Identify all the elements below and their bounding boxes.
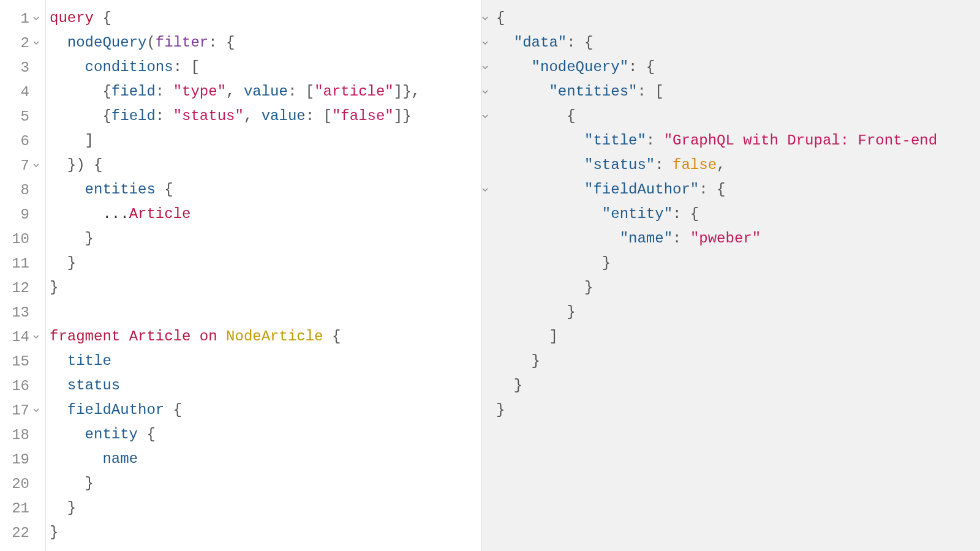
token-prop: fieldAuthor	[67, 398, 164, 422]
line-number: 6	[7, 133, 29, 149]
token-plain	[496, 178, 584, 202]
code-line[interactable]: }	[50, 496, 481, 520]
token-prop: "title"	[584, 129, 646, 153]
token-punct: : [	[288, 80, 314, 104]
gutter-line: 8	[0, 178, 40, 202]
token-keyword: Article	[129, 324, 191, 349]
code-line[interactable]: }	[50, 471, 481, 496]
token-plain	[496, 80, 549, 104]
fold-arrow-icon[interactable]	[481, 14, 489, 23]
line-number: 16	[7, 378, 29, 394]
fold-arrow-icon	[32, 504, 40, 512]
fold-arrow-icon[interactable]	[481, 63, 489, 72]
fold-arrow-icon[interactable]	[481, 88, 489, 96]
token-string: "type"	[173, 80, 226, 104]
token-string: "pweber"	[690, 227, 761, 251]
code-line[interactable]: {field: "type", value: ["article"]},	[50, 80, 481, 104]
code-line[interactable]: query {	[50, 6, 481, 31]
line-number: 18	[7, 427, 29, 443]
token-punct: }	[85, 471, 94, 496]
code-line: }	[496, 398, 980, 422]
token-punct: }	[602, 251, 611, 276]
code-line: "data": {	[496, 31, 980, 55]
token-prop: "nodeQuery"	[532, 55, 628, 80]
token-plain	[496, 104, 567, 129]
line-number: 4	[7, 84, 29, 100]
token-punct: }	[50, 520, 58, 545]
result-viewer-pane: { "data": { "nodeQuery": { "entities": […	[481, 0, 980, 551]
gutter-line: 11	[0, 251, 40, 276]
gutter-line: 9	[0, 202, 40, 227]
token-punct: :	[156, 80, 173, 104]
code-line[interactable]: fragment Article on NodeArticle {	[50, 324, 481, 349]
token-type: NodeArticle	[226, 324, 323, 349]
token-punct: }	[85, 227, 94, 251]
token-plain	[50, 447, 102, 471]
fold-arrow-icon[interactable]	[32, 406, 40, 414]
token-punct: (	[146, 31, 155, 55]
token-plain	[496, 349, 532, 373]
code-line: }	[496, 276, 980, 300]
token-def: filter	[156, 31, 208, 55]
code-line[interactable]: nodeQuery(filter: {	[50, 31, 481, 55]
fold-arrow-icon	[481, 137, 489, 145]
code-line[interactable]: ]	[50, 129, 481, 153]
code-line[interactable]: fieldAuthor {	[50, 398, 481, 422]
token-plain	[156, 178, 164, 202]
line-number: 12	[7, 280, 29, 296]
line-number: 2	[7, 35, 29, 51]
fold-arrow-icon[interactable]	[32, 39, 40, 47]
token-punct: }	[532, 349, 540, 373]
fold-arrow-icon	[481, 234, 489, 243]
code-line: "title": "GraphQL with Drupal: Front-end	[496, 129, 980, 153]
fold-arrow-icon[interactable]	[481, 39, 489, 47]
code-line: "name": "pweber"	[496, 227, 980, 251]
fold-arrow-icon[interactable]	[32, 14, 40, 23]
token-plain	[323, 324, 332, 349]
fold-arrow-icon[interactable]	[32, 161, 40, 170]
code-line[interactable]: status	[50, 373, 481, 398]
fold-arrow-icon[interactable]	[481, 186, 489, 194]
gutter-line: 21	[0, 496, 40, 520]
fold-arrow-icon	[481, 381, 489, 390]
code-line[interactable]: }	[50, 227, 481, 251]
gutter-line: 2	[0, 31, 40, 55]
token-plain	[190, 324, 199, 349]
code-line[interactable]: ...Article	[50, 202, 481, 227]
token-punct: {	[102, 6, 111, 31]
token-attr: value	[244, 80, 288, 104]
fold-arrow-icon	[481, 283, 489, 292]
code-line: }	[496, 300, 980, 324]
token-punct: {	[164, 178, 173, 202]
fold-arrow-icon[interactable]	[481, 112, 489, 121]
fold-arrow-icon	[481, 210, 489, 219]
token-keyword: query	[50, 6, 94, 31]
gutter-line: 18	[0, 422, 40, 447]
fold-arrow-icon	[32, 210, 40, 219]
token-punct: }	[496, 398, 505, 422]
code-line[interactable]: }	[50, 276, 481, 300]
line-number: 20	[7, 476, 29, 492]
code-line[interactable]: title	[50, 349, 481, 373]
line-number: 21	[7, 500, 29, 517]
query-editor-code[interactable]: query { nodeQuery(filter: { conditions: …	[46, 0, 481, 551]
code-line[interactable]: entity {	[50, 422, 481, 447]
fold-arrow-icon	[32, 88, 40, 96]
code-line: {	[496, 104, 980, 129]
token-plain	[496, 324, 549, 349]
code-line[interactable]: }	[50, 251, 481, 276]
code-line[interactable]: {field: "status", value: ["false"]}	[50, 104, 481, 129]
code-line[interactable]	[50, 300, 481, 324]
code-line: "fieldAuthor": {	[496, 178, 980, 202]
code-line[interactable]: conditions: [	[50, 55, 481, 80]
line-number: 17	[7, 402, 29, 419]
code-line[interactable]: name	[50, 447, 481, 471]
token-punct: : {	[628, 55, 655, 80]
code-line[interactable]: }	[50, 520, 481, 545]
fold-arrow-icon[interactable]	[32, 332, 40, 341]
token-plain	[50, 129, 85, 153]
token-punct: }) {	[67, 153, 103, 178]
code-line[interactable]: }) {	[50, 153, 481, 178]
line-number: 11	[7, 255, 29, 272]
code-line[interactable]: entities {	[50, 178, 481, 202]
